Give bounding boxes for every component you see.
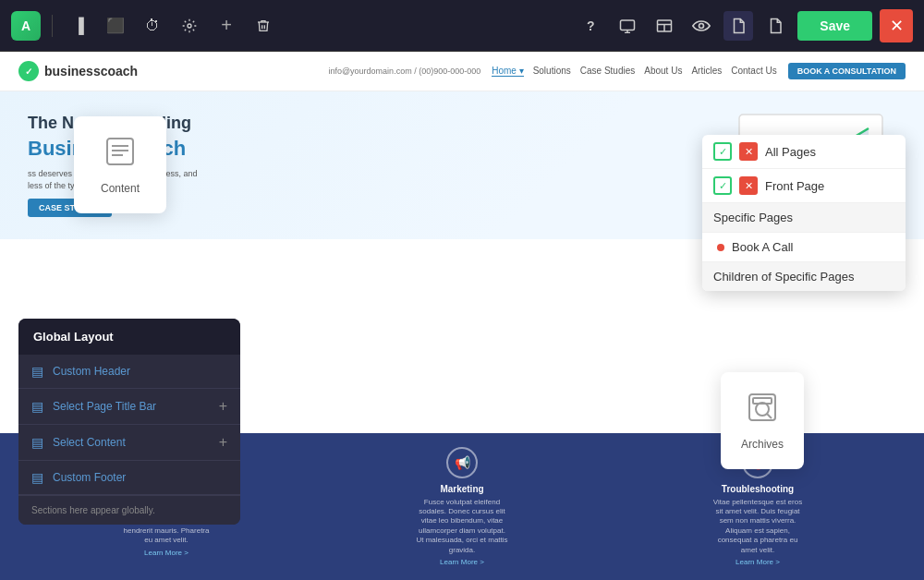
site-logo-text: businesscoach bbox=[44, 64, 138, 79]
footer-desc-2: Fusce volutpat eleifend sodales. Donec c… bbox=[416, 498, 508, 555]
layout-content-add[interactable]: + bbox=[219, 434, 227, 451]
layout-title-label: Select Page Title Bar bbox=[53, 400, 210, 413]
svg-point-21 bbox=[756, 403, 769, 416]
svg-line-22 bbox=[767, 414, 772, 418]
page-label-specific-pages: Specific Pages bbox=[713, 211, 894, 224]
layout-item-content[interactable]: ▤ Select Content + bbox=[18, 425, 240, 461]
content-widget-label: Content bbox=[92, 182, 148, 195]
save-button[interactable]: Save bbox=[797, 11, 872, 41]
pages-dropdown: ✓ ✕ All Pages ✓ ✕ Front Page Specific Pa… bbox=[702, 135, 906, 291]
preview-icon[interactable] bbox=[687, 11, 716, 41]
logo-icon[interactable]: A bbox=[11, 11, 41, 41]
footer-title-3: Troubleshooting bbox=[711, 484, 804, 494]
global-layout-header: Global Layout bbox=[18, 319, 240, 355]
svg-rect-23 bbox=[753, 398, 772, 404]
page-label-book-a-call: Book A Call bbox=[732, 240, 894, 254]
global-layout-panel: Global Layout ▤ Custom Header ▤ Select P… bbox=[18, 319, 240, 525]
nav-solutions[interactable]: Solutions bbox=[533, 66, 571, 77]
x-icon-all-pages: ✕ bbox=[739, 142, 758, 161]
layout-title-icon: ▤ bbox=[31, 399, 43, 414]
page-item-book-a-call[interactable]: Book A Call bbox=[702, 233, 906, 262]
add-icon[interactable]: + bbox=[212, 11, 241, 41]
page-item-all-pages[interactable]: ✓ ✕ All Pages bbox=[702, 135, 906, 169]
x-icon-front-page: ✕ bbox=[739, 176, 758, 195]
dot-red-icon bbox=[717, 244, 724, 251]
nav-case-studies[interactable]: Case Studies bbox=[580, 66, 635, 77]
site-logo: ✓ businesscoach bbox=[18, 61, 138, 81]
global-footer-note: Sections here appear globally. bbox=[18, 495, 240, 525]
layout-footer-label: Custom Footer bbox=[53, 471, 227, 484]
check-outline-icon: ✓ bbox=[713, 142, 732, 161]
nav-about[interactable]: About Us bbox=[644, 66, 682, 77]
content-widget[interactable]: Content bbox=[74, 116, 166, 213]
archives-widget-icon bbox=[739, 391, 785, 430]
layout-item-custom-header[interactable]: ▤ Custom Header bbox=[18, 355, 240, 389]
layout-content-label: Select Content bbox=[53, 436, 210, 449]
site-nav-right: info@yourdomain.com / (00)900-000-000 Ho… bbox=[328, 63, 906, 79]
layout-content-icon: ▤ bbox=[31, 435, 43, 450]
layout-icon[interactable] bbox=[650, 11, 679, 41]
website-preview: ✓ businesscoach info@yourdomain.com / (0… bbox=[0, 52, 924, 580]
layout-footer-icon: ▤ bbox=[31, 470, 43, 485]
nav-home[interactable]: Home ▾ bbox=[492, 66, 523, 77]
site-contact: info@yourdomain.com / (00)900-000-000 bbox=[328, 66, 480, 76]
website-mockup: ✓ businesscoach info@yourdomain.com / (0… bbox=[0, 52, 924, 580]
toolbar: A ▐ ⬛ ⏱ + ? bbox=[0, 0, 924, 52]
help-icon[interactable]: ? bbox=[576, 11, 605, 41]
footer-link-2[interactable]: Learn More > bbox=[416, 558, 508, 566]
book-button[interactable]: BOOK A CONSULTATION bbox=[788, 63, 906, 79]
footer-link-3[interactable]: Learn More > bbox=[711, 558, 804, 566]
settings-icon[interactable] bbox=[175, 11, 204, 41]
toolbar-separator bbox=[52, 15, 53, 37]
desktop-icon[interactable] bbox=[613, 11, 642, 41]
trash-icon[interactable] bbox=[249, 11, 278, 41]
svg-point-7 bbox=[699, 23, 704, 28]
site-nav: ✓ businesscoach info@yourdomain.com / (0… bbox=[0, 52, 924, 91]
layout-item-page-title[interactable]: ▤ Select Page Title Bar + bbox=[18, 389, 240, 425]
site-nav-links: Home ▾ Solutions Case Studies About Us A… bbox=[492, 66, 776, 77]
page-label-all-pages: All Pages bbox=[765, 145, 894, 159]
layout-header-label: Custom Header bbox=[53, 365, 227, 378]
sidebar-toggle-icon[interactable]: ▐ bbox=[64, 11, 93, 41]
page-label-children: Children of Specific Pages bbox=[713, 270, 894, 284]
check-outline-front: ✓ bbox=[713, 176, 732, 195]
archives-widget-label: Archives bbox=[739, 438, 785, 451]
nav-contact[interactable]: Contact Us bbox=[731, 66, 776, 77]
svg-point-0 bbox=[188, 24, 191, 28]
archives-widget[interactable]: Archives bbox=[721, 372, 804, 469]
template-icon[interactable]: ⬛ bbox=[101, 11, 130, 41]
layout-header-icon: ▤ bbox=[31, 364, 43, 379]
templates-icon[interactable] bbox=[760, 11, 790, 41]
layout-item-footer[interactable]: ▤ Custom Footer bbox=[18, 461, 240, 495]
content-widget-icon bbox=[92, 135, 148, 175]
close-button[interactable]: ✕ bbox=[880, 9, 913, 42]
footer-item-marketing: 📢 Marketing Fusce volutpat eleifend soda… bbox=[416, 447, 508, 566]
marketing-icon: 📢 bbox=[446, 447, 478, 478]
nav-articles[interactable]: Articles bbox=[691, 66, 722, 77]
page-label-front-page: Front Page bbox=[765, 179, 894, 193]
page-item-children[interactable]: Children of Specific Pages bbox=[702, 262, 906, 291]
footer-title-2: Marketing bbox=[416, 484, 508, 494]
history-icon[interactable]: ⏱ bbox=[138, 11, 167, 41]
main-area: ✓ businesscoach info@yourdomain.com / (0… bbox=[0, 52, 924, 580]
footer-link-1[interactable]: Learn More > bbox=[120, 549, 213, 557]
svg-rect-1 bbox=[621, 20, 635, 30]
page-item-front-page[interactable]: ✓ ✕ Front Page bbox=[702, 169, 906, 203]
toolbar-right: ? Save ✕ bbox=[576, 9, 913, 42]
page-icon[interactable] bbox=[723, 11, 753, 41]
page-item-specific-pages[interactable]: Specific Pages bbox=[702, 203, 906, 233]
footer-desc-3: Vitae pellentesque est eros sit amet vel… bbox=[711, 498, 804, 555]
layout-title-add[interactable]: + bbox=[219, 398, 227, 415]
site-logo-icon: ✓ bbox=[18, 61, 39, 81]
